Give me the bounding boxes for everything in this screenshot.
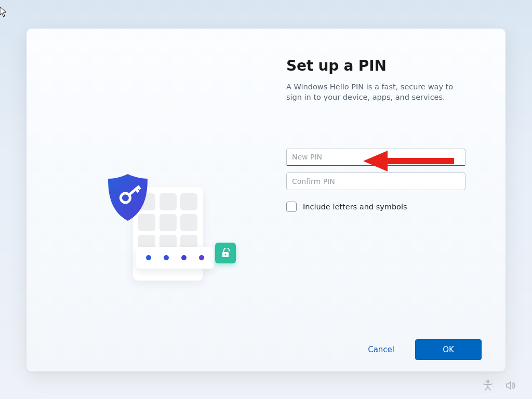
form-pane: Set up a PIN A Windows Hello PIN is a fa… bbox=[286, 29, 494, 328]
illustration-pane bbox=[26, 29, 286, 328]
pin-dots-bar bbox=[136, 247, 214, 269]
unlock-icon bbox=[215, 243, 236, 263]
confirm-pin-input[interactable] bbox=[286, 172, 466, 190]
new-pin-input[interactable] bbox=[286, 149, 466, 166]
pin-setup-dialog: Set up a PIN A Windows Hello PIN is a fa… bbox=[26, 29, 506, 371]
include-symbols-checkbox[interactable] bbox=[286, 202, 297, 212]
cursor-icon bbox=[0, 7, 8, 18]
svg-point-8 bbox=[487, 380, 489, 382]
volume-icon[interactable] bbox=[505, 380, 516, 391]
accessibility-icon[interactable] bbox=[482, 380, 494, 391]
ok-button[interactable]: OK bbox=[415, 339, 482, 360]
taskbar-icons bbox=[482, 380, 516, 391]
dialog-subtitle: A Windows Hello PIN is a fast, secure wa… bbox=[286, 82, 463, 103]
cancel-button[interactable]: Cancel bbox=[368, 345, 394, 354]
dialog-footer: Cancel OK bbox=[26, 328, 506, 371]
dialog-content: Set up a PIN A Windows Hello PIN is a fa… bbox=[26, 29, 506, 328]
include-symbols-label: Include letters and symbols bbox=[303, 203, 407, 211]
shield-icon bbox=[106, 173, 150, 222]
svg-point-1 bbox=[225, 254, 227, 256]
dialog-title: Set up a PIN bbox=[286, 57, 494, 74]
